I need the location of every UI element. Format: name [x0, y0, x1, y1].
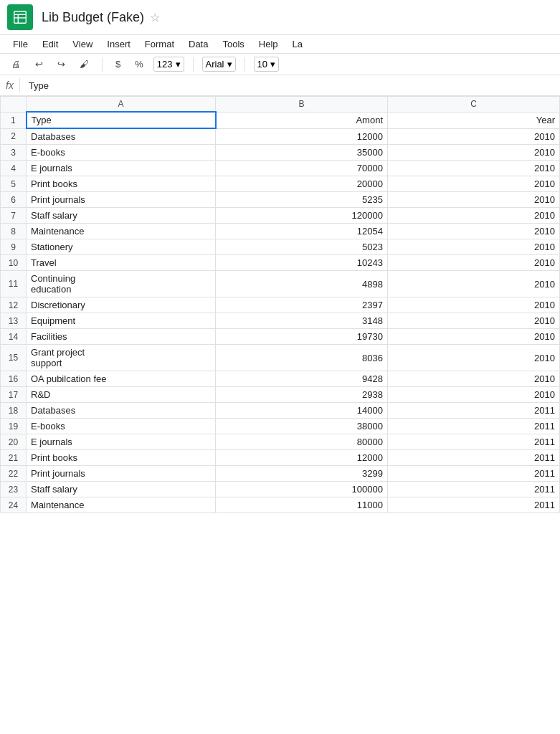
- cell-c-5[interactable]: 2010: [388, 176, 560, 192]
- cell-b-23[interactable]: 100000: [216, 482, 388, 497]
- cell-a-23[interactable]: Staff salary: [27, 482, 216, 497]
- cell-c-11[interactable]: 2010: [388, 271, 560, 297]
- row-number[interactable]: 3: [1, 145, 27, 161]
- percent-button[interactable]: %: [130, 57, 148, 72]
- menu-tools[interactable]: Tools: [217, 37, 250, 52]
- cell-c-6[interactable]: 2010: [388, 192, 560, 208]
- menu-edit[interactable]: Edit: [37, 37, 64, 52]
- row-number[interactable]: 18: [1, 403, 27, 419]
- row-number[interactable]: 4: [1, 161, 27, 176]
- cell-b-2[interactable]: 12000: [216, 128, 388, 145]
- cell-a-11[interactable]: Continuingeducation: [27, 271, 216, 297]
- undo-button[interactable]: ↩: [31, 57, 47, 72]
- menu-format[interactable]: Format: [139, 37, 180, 52]
- cell-b-6[interactable]: 5235: [216, 192, 388, 208]
- cell-b-14[interactable]: 19730: [216, 329, 388, 345]
- cell-c-20[interactable]: 2011: [388, 434, 560, 450]
- cell-a-16[interactable]: OA pubilcation fee: [27, 371, 216, 387]
- cell-a-14[interactable]: Facilities: [27, 329, 216, 345]
- cell-b-16[interactable]: 9428: [216, 371, 388, 387]
- menu-view[interactable]: View: [67, 37, 98, 52]
- doc-title-text[interactable]: Lib Budget (Fake): [42, 10, 144, 25]
- cell-a-15[interactable]: Grant projectsupport: [27, 345, 216, 371]
- cell-b-8[interactable]: 12054: [216, 224, 388, 239]
- row-number[interactable]: 16: [1, 371, 27, 387]
- cell-c-9[interactable]: 2010: [388, 239, 560, 255]
- cell-a-5[interactable]: Print books: [27, 176, 216, 192]
- redo-button[interactable]: ↪: [53, 57, 70, 72]
- cell-b-4[interactable]: 70000: [216, 161, 388, 176]
- cell-c-15[interactable]: 2010: [388, 345, 560, 371]
- cell-a-7[interactable]: Staff salary: [27, 208, 216, 224]
- cell-b-17[interactable]: 2938: [216, 387, 388, 403]
- cell-c-22[interactable]: 2011: [388, 466, 560, 482]
- cell-c-10[interactable]: 2010: [388, 255, 560, 271]
- cell-c-23[interactable]: 2011: [388, 482, 560, 497]
- cell-a-24[interactable]: Maintenance: [27, 497, 216, 513]
- cell-c-7[interactable]: 2010: [388, 208, 560, 224]
- menu-help[interactable]: Help: [253, 37, 284, 52]
- row-number[interactable]: 19: [1, 419, 27, 434]
- star-icon[interactable]: ☆: [150, 11, 160, 24]
- row-number[interactable]: 8: [1, 224, 27, 239]
- cell-c-2[interactable]: 2010: [388, 128, 560, 145]
- cell-b-3[interactable]: 35000: [216, 145, 388, 161]
- cell-a-10[interactable]: Travel: [27, 255, 216, 271]
- row-number[interactable]: 7: [1, 208, 27, 224]
- cell-c-12[interactable]: 2010: [388, 297, 560, 313]
- cell-a-8[interactable]: Maintenance: [27, 224, 216, 239]
- col-header-b[interactable]: B: [216, 97, 388, 113]
- cell-b-5[interactable]: 20000: [216, 176, 388, 192]
- cell-c-24[interactable]: 2011: [388, 497, 560, 513]
- cell-a-1[interactable]: Type: [27, 112, 216, 128]
- row-number[interactable]: 22: [1, 466, 27, 482]
- number-format-select[interactable]: 123 ▾: [153, 57, 184, 72]
- col-header-c[interactable]: C: [388, 97, 560, 113]
- cell-c-14[interactable]: 2010: [388, 329, 560, 345]
- cell-a-2[interactable]: Databases: [27, 128, 216, 145]
- cell-b-7[interactable]: 120000: [216, 208, 388, 224]
- cell-a-21[interactable]: Print books: [27, 450, 216, 466]
- cell-c-1[interactable]: Year: [388, 112, 560, 128]
- row-number[interactable]: 24: [1, 497, 27, 513]
- row-number[interactable]: 14: [1, 329, 27, 345]
- cell-b-21[interactable]: 12000: [216, 450, 388, 466]
- row-number[interactable]: 1: [1, 112, 27, 128]
- row-number[interactable]: 13: [1, 313, 27, 329]
- cell-b-10[interactable]: 10243: [216, 255, 388, 271]
- cell-c-19[interactable]: 2011: [388, 419, 560, 434]
- row-number[interactable]: 2: [1, 128, 27, 145]
- row-number[interactable]: 6: [1, 192, 27, 208]
- cell-b-24[interactable]: 11000: [216, 497, 388, 513]
- dollar-button[interactable]: $: [111, 57, 125, 72]
- cell-a-4[interactable]: E journals: [27, 161, 216, 176]
- cell-b-20[interactable]: 80000: [216, 434, 388, 450]
- cell-b-22[interactable]: 3299: [216, 466, 388, 482]
- cell-c-8[interactable]: 2010: [388, 224, 560, 239]
- menu-data[interactable]: Data: [183, 37, 214, 52]
- col-header-a[interactable]: A: [27, 97, 216, 113]
- row-number[interactable]: 5: [1, 176, 27, 192]
- cell-c-17[interactable]: 2010: [388, 387, 560, 403]
- paint-format-button[interactable]: 🖌: [75, 57, 93, 72]
- cell-b-9[interactable]: 5023: [216, 239, 388, 255]
- cell-a-20[interactable]: E journals: [27, 434, 216, 450]
- cell-c-3[interactable]: 2010: [388, 145, 560, 161]
- cell-c-4[interactable]: 2010: [388, 161, 560, 176]
- cell-b-18[interactable]: 14000: [216, 403, 388, 419]
- cell-b-12[interactable]: 2397: [216, 297, 388, 313]
- cell-a-22[interactable]: Print journals: [27, 466, 216, 482]
- row-number[interactable]: 15: [1, 345, 27, 371]
- cell-b-13[interactable]: 3148: [216, 313, 388, 329]
- cell-a-18[interactable]: Databases: [27, 403, 216, 419]
- cell-a-9[interactable]: Stationery: [27, 239, 216, 255]
- cell-a-6[interactable]: Print journals: [27, 192, 216, 208]
- cell-c-16[interactable]: 2010: [388, 371, 560, 387]
- menu-file[interactable]: File: [7, 37, 34, 52]
- menu-la[interactable]: La: [287, 37, 308, 52]
- font-select[interactable]: Arial ▾: [202, 57, 236, 72]
- cell-a-17[interactable]: R&D: [27, 387, 216, 403]
- row-number[interactable]: 23: [1, 482, 27, 497]
- print-button[interactable]: 🖨: [7, 57, 25, 72]
- cell-c-18[interactable]: 2011: [388, 403, 560, 419]
